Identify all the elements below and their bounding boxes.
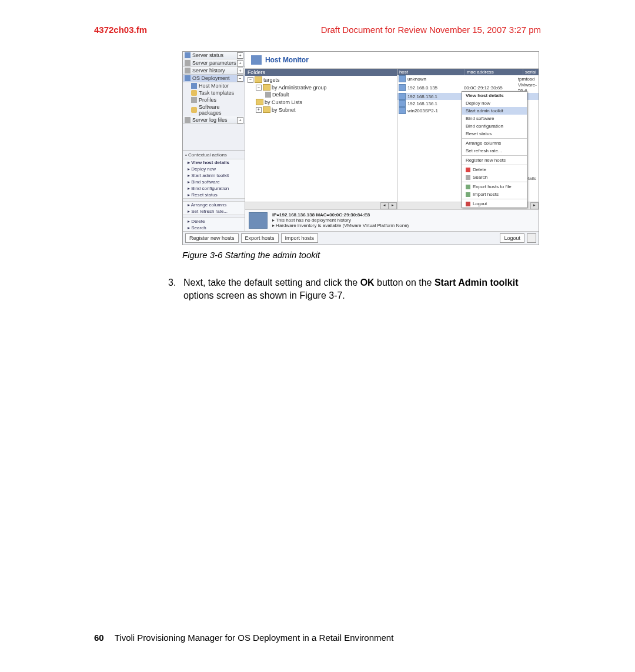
menu-bind-cfg[interactable]: Bind configuration: [462, 122, 527, 130]
plus-icon[interactable]: +: [256, 107, 262, 113]
folder-icon: [255, 76, 262, 83]
panel-title: Host Monitor: [265, 56, 309, 64]
nav-sub-profiles[interactable]: Profiles: [183, 96, 245, 103]
tree-by-custom[interactable]: by Custom Lists: [245, 98, 397, 106]
menu-reset[interactable]: Reset status: [462, 130, 527, 138]
import-button[interactable]: Import hosts: [281, 233, 319, 243]
history-icon: [185, 68, 190, 73]
host-icon: [399, 107, 406, 114]
search-icon: [466, 175, 470, 180]
menu-register[interactable]: Register new hosts: [462, 156, 527, 164]
ctx-delete[interactable]: ▸ Delete: [183, 218, 245, 225]
menu-start-admin[interactable]: Start admin toolkit: [462, 107, 527, 115]
tree-targets[interactable]: −targets: [245, 76, 397, 83]
tree-by-subnet[interactable]: +by Subnet: [245, 106, 397, 113]
menu-refresh[interactable]: Set refresh rate...: [462, 147, 527, 155]
group-icon: [265, 92, 271, 98]
nav-server-history[interactable]: Server history+: [183, 67, 245, 75]
minus-icon[interactable]: −: [256, 85, 262, 91]
col-mac[interactable]: mac address: [465, 69, 523, 75]
nav-server-status[interactable]: Server status+: [183, 52, 245, 59]
host-row[interactable]: unknowntpmfosd: [397, 75, 539, 82]
header-filename: 4372ch03.fm: [94, 25, 147, 35]
nav-server-log[interactable]: Server log files+: [183, 116, 245, 124]
nav-sub-task-templates[interactable]: Task templates: [183, 89, 245, 96]
nav-sub-software[interactable]: Software packages: [183, 103, 245, 116]
ctx-bind-cfg[interactable]: ▸ Bind configuration: [183, 185, 245, 192]
nav-server-params[interactable]: Server parameters+: [183, 59, 245, 67]
scroll-left-icon[interactable]: ◂: [380, 202, 389, 209]
info-inventory: ▸ Hardware inventory is available (VMwar…: [272, 223, 409, 228]
list-number: 3.: [168, 276, 183, 289]
computer-icon: [249, 212, 268, 229]
logout-icon: [466, 202, 470, 206]
page-header: 4372ch03.fm Draft Document for Review No…: [0, 0, 635, 35]
tree-by-admin[interactable]: −by Administrative group: [245, 83, 397, 91]
nav-os-deployment[interactable]: OS Deployment−: [183, 75, 245, 82]
os-icon: [185, 75, 190, 81]
server-icon: [185, 52, 190, 58]
expand-icon[interactable]: +: [237, 117, 243, 123]
export-button[interactable]: Export hosts: [241, 233, 279, 243]
menu-logout[interactable]: Logout: [462, 200, 527, 208]
nav-label: Server parameters: [192, 60, 236, 66]
nav-sub-label: Profiles: [199, 97, 216, 103]
host-icon: [399, 75, 406, 82]
scroll-right-icon[interactable]: ▸: [530, 202, 539, 209]
package-icon: [191, 107, 197, 113]
logout-button[interactable]: Logout: [500, 233, 524, 243]
ctx-bind-sw[interactable]: ▸ Bind software: [183, 179, 245, 185]
bottom-toolbar: Register new hosts Export hosts Import h…: [183, 231, 539, 245]
menu-arrange[interactable]: Arrange columns: [462, 139, 527, 147]
screenshot-figure: Server status+ Server parameters+ Server…: [182, 51, 539, 245]
nav-sub-label: Task templates: [199, 90, 234, 96]
ctx-arrange[interactable]: ▸ Arrange columns: [183, 202, 245, 208]
ctx-reset[interactable]: ▸ Reset status: [183, 192, 245, 198]
expand-icon[interactable]: +: [237, 52, 243, 59]
nav-sub-host-monitor[interactable]: Host Monitor: [183, 82, 245, 89]
nav-label: Server log files: [192, 117, 228, 123]
figure-caption: Figure 3-6 Starting the admin tookit: [182, 250, 635, 260]
template-icon: [191, 90, 197, 96]
menu-export[interactable]: Export hosts to file: [462, 183, 527, 190]
col-serial[interactable]: serial: [523, 69, 539, 75]
monitor-icon: [191, 83, 197, 89]
menu-bind-sw[interactable]: Bind software: [462, 115, 527, 122]
ctx-view-host[interactable]: ▸ View host details: [183, 159, 245, 166]
nav-label: Server status: [192, 52, 223, 58]
register-button[interactable]: Register new hosts: [185, 233, 239, 243]
menu-deploy[interactable]: Deploy now: [462, 99, 527, 107]
collapse-icon[interactable]: −: [237, 75, 243, 82]
delete-icon: [466, 168, 470, 172]
folders-scrollbar[interactable]: ▸◂: [245, 202, 397, 209]
menu-delete[interactable]: Delete: [462, 166, 527, 173]
folder-icon: [263, 106, 270, 113]
nav-sub-label: Software packages: [199, 104, 243, 116]
host-icon: [399, 93, 406, 100]
col-host[interactable]: host: [397, 69, 465, 75]
gear-icon[interactable]: [527, 233, 536, 243]
ctx-refresh[interactable]: ▸ Set refresh rate...: [183, 208, 245, 215]
body-paragraph: 3.Next, take the default setting and cli…: [168, 276, 541, 302]
expand-icon[interactable]: +: [237, 60, 243, 66]
scroll-right-icon[interactable]: ▸: [389, 202, 397, 209]
info-ip-mac: IP=192.168.136.138 MAC=00:0C:29:30:84:E8: [272, 212, 409, 218]
export-icon: [466, 185, 470, 189]
menu-import[interactable]: Import hosts: [462, 190, 527, 198]
info-history: ▸ This host has no deployment history: [272, 218, 409, 223]
folder-icon: [256, 99, 263, 105]
folder-icon: [263, 84, 270, 91]
expand-icon[interactable]: +: [237, 68, 243, 74]
ctx-search[interactable]: ▸ Search: [183, 225, 245, 231]
ctx-deploy[interactable]: ▸ Deploy now: [183, 166, 245, 172]
host-icon: [399, 100, 406, 107]
menu-search[interactable]: Search: [462, 173, 527, 181]
footer-title: Tivoli Provisioning Manager for OS Deplo…: [115, 633, 394, 643]
tree-default[interactable]: Default: [245, 91, 397, 98]
menu-view-host[interactable]: View host details: [462, 92, 527, 99]
minus-icon[interactable]: −: [248, 77, 253, 83]
contextual-actions-panel: • Contextual actions ▸ View host details…: [183, 151, 245, 231]
ctx-head: • Contextual actions: [183, 151, 245, 159]
ctx-start-admin[interactable]: ▸ Start admin toolkit: [183, 172, 245, 179]
import-icon: [466, 192, 470, 197]
